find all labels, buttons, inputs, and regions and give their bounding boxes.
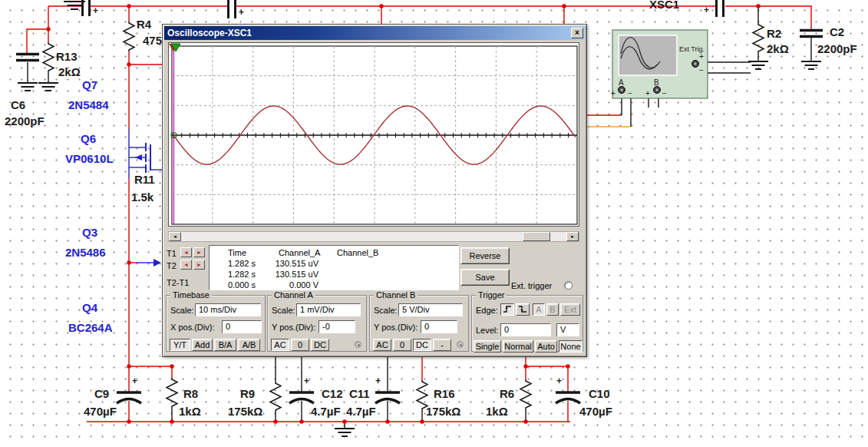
- falling-edge-icon[interactable]: [516, 303, 530, 316]
- cap-plus-mark: +: [556, 376, 562, 386]
- ba-button[interactable]: B/A: [214, 339, 236, 351]
- close-icon[interactable]: ×: [571, 28, 583, 38]
- terminal-minus-mark: −: [662, 89, 667, 98]
- channel-b-minus-button[interactable]: -: [433, 339, 451, 351]
- label-c9-value: 470µF: [84, 406, 117, 419]
- col-time: Time: [228, 248, 246, 257]
- t2-time: 1.282 s: [210, 270, 256, 279]
- label-q6-ref: Q6: [81, 133, 96, 146]
- t1-left-arrow-button[interactable]: ◄: [180, 247, 192, 257]
- trigger-auto-button[interactable]: Auto: [535, 340, 557, 353]
- label-r16-value: 175kΩ: [426, 406, 460, 419]
- t2-cha: 130.515 uV: [259, 270, 318, 279]
- label-q6-value: VP0610L: [65, 153, 114, 166]
- cap-plus-mark: +: [704, 5, 709, 15]
- channel-a-zero-button[interactable]: 0: [291, 339, 309, 351]
- trigger-normal-button[interactable]: Normal: [503, 340, 533, 353]
- scope-display: [168, 42, 579, 227]
- t2-left-arrow-button[interactable]: ◄: [180, 260, 192, 270]
- cap-plus-mark: +: [132, 376, 137, 386]
- channel-a-legend: Channel A: [272, 290, 315, 300]
- channel-a-scale-label: Scale:: [272, 306, 295, 315]
- trigger-legend: Trigger: [476, 290, 507, 300]
- t2-right-arrow-button[interactable]: ►: [193, 260, 205, 270]
- col-channel-b: Channel_B: [337, 248, 378, 257]
- scrollbar-left-icon[interactable]: ◄: [169, 232, 181, 241]
- timebase-xpos-input[interactable]: 0: [222, 320, 262, 333]
- label-r9-ref: R9: [240, 388, 255, 401]
- channel-b-scale-input[interactable]: 5 V/Div: [398, 303, 463, 316]
- label-c10-value: 470µF: [579, 406, 612, 419]
- channel-b-dc-button[interactable]: DC: [413, 339, 431, 351]
- label-r16-ref: R16: [434, 388, 455, 401]
- timebase-group: Timebase Scale: 10 ms/Div X pos.(Div): 0…: [166, 295, 266, 352]
- oscilloscope-instrument-icon[interactable]: [612, 30, 708, 98]
- terminal-plus-mark: +: [699, 52, 704, 61]
- window-titlebar[interactable]: Oscilloscope-XSC1 ×: [164, 26, 585, 40]
- add-button[interactable]: Add: [192, 339, 213, 351]
- channel-a-ac-button[interactable]: AC: [271, 339, 289, 351]
- trigger-edge-label: Edge:: [476, 306, 498, 315]
- scrollbar-thumb[interactable]: [523, 232, 550, 241]
- cap-plus-mark: +: [375, 376, 381, 386]
- trigger-level-input[interactable]: 0: [500, 323, 551, 336]
- label-r8-ref: R8: [183, 388, 198, 401]
- channel-b-ypos-input[interactable]: 0: [421, 320, 457, 333]
- channel-a-dc-button[interactable]: DC: [311, 339, 329, 351]
- label-r11-ref: R11: [134, 174, 155, 187]
- terminal-minus-mark: −: [699, 66, 704, 74]
- label-r9-value: 175kΩ: [228, 406, 262, 419]
- col-channel-a: Channel_A: [279, 248, 320, 257]
- label-c2-ref: C2: [830, 26, 844, 39]
- cap-plus-mark: +: [93, 6, 98, 16]
- ext-trigger-radio[interactable]: [564, 281, 573, 290]
- scope-graticule: [169, 43, 580, 227]
- timebase-scale-label: Scale:: [170, 306, 194, 315]
- ab-button[interactable]: A/B: [238, 339, 260, 351]
- channel-b-scale-label: Scale:: [374, 306, 398, 315]
- trigger-level-unit[interactable]: V: [556, 323, 579, 336]
- channel-b-zero-button[interactable]: 0: [393, 339, 411, 351]
- label-r6-value: 1kΩ: [486, 406, 508, 419]
- channel-a-ypos-label: Y pos.(Div):: [272, 323, 315, 332]
- terminal-plus-mark: +: [645, 89, 650, 98]
- label-xsc1: XSC1: [649, 0, 679, 12]
- t2-label: T2: [167, 261, 177, 270]
- channel-a-ypos-input[interactable]: -0: [318, 320, 355, 333]
- timebase-scale-input[interactable]: 10 ms/Div: [195, 303, 261, 316]
- trigger-none-button[interactable]: None: [559, 340, 583, 353]
- reverse-button[interactable]: Reverse: [460, 247, 510, 264]
- trigger-source-b-button[interactable]: B: [546, 303, 559, 316]
- scope-horizontal-scrollbar[interactable]: ◄ ►: [168, 231, 579, 242]
- scrollbar-right-icon[interactable]: ►: [566, 232, 579, 241]
- label-r4-value: 475: [143, 35, 162, 48]
- label-q7-ref: Q7: [82, 79, 97, 92]
- label-r13-ref: R13: [56, 51, 78, 64]
- trigger-source-a-button[interactable]: A: [533, 303, 545, 316]
- label-c12-value: 4.7µF: [311, 406, 341, 419]
- save-button[interactable]: Save: [460, 269, 510, 286]
- label-r6-ref: R6: [500, 388, 514, 401]
- t1-cha: 130.515 uV: [259, 259, 318, 268]
- yt-button[interactable]: Y/T: [170, 339, 190, 351]
- channel-a-probe-indicator: [355, 341, 361, 348]
- label-q7-value: 2N5484: [68, 99, 109, 112]
- trigger-source-ext-button[interactable]: Ext: [560, 303, 580, 316]
- trigger-level-label: Level:: [476, 326, 498, 335]
- instrument-a-label: A: [619, 78, 624, 87]
- t1-right-arrow-button[interactable]: ►: [193, 247, 205, 257]
- channel-b-group: Channel B Scale: 5 V/Div Y pos.(Div): 0 …: [369, 295, 469, 352]
- label-q4-value: BC264A: [68, 322, 113, 335]
- rising-edge-icon[interactable]: [500, 303, 514, 316]
- t2t1-label: T2-T1: [167, 278, 189, 287]
- channel-b-legend: Channel B: [374, 290, 417, 300]
- label-q4-ref: Q4: [82, 302, 97, 315]
- channel-a-scale-input[interactable]: 1 mV/Div: [296, 303, 361, 316]
- label-r2-value: 2kΩ: [767, 43, 789, 56]
- timebase-xpos-label: X pos.(Div):: [170, 323, 214, 332]
- channel-a-group: Channel A Scale: 1 mV/Div Y pos.(Div): -…: [267, 295, 367, 352]
- trigger-single-button[interactable]: Single: [474, 340, 501, 353]
- ext-trigger-label: Ext. trigger: [511, 281, 552, 290]
- label-c2-value: 2200pF: [817, 43, 857, 56]
- channel-b-ac-button[interactable]: AC: [373, 339, 391, 351]
